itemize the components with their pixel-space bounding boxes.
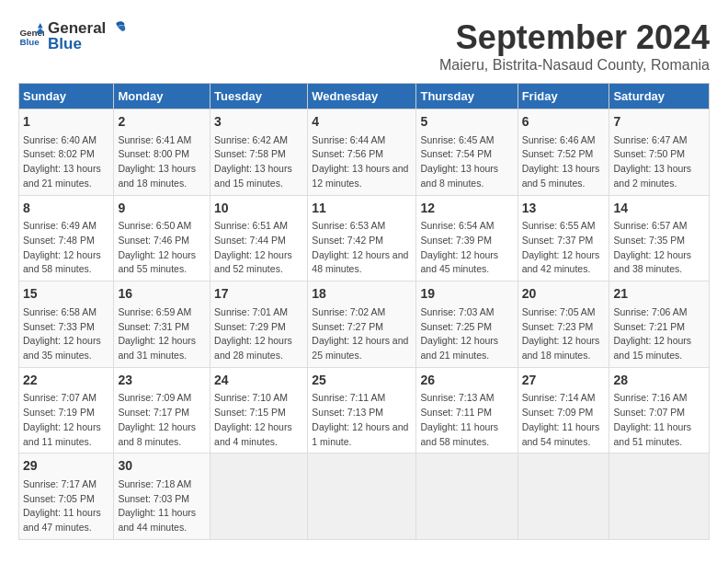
svg-text:Blue: Blue bbox=[19, 37, 40, 47]
day-number: 1 bbox=[23, 113, 109, 132]
column-header-sunday: Sunday bbox=[19, 84, 114, 109]
day-number: 18 bbox=[312, 285, 412, 304]
calendar-cell: 1 Sunrise: 6:40 AMSunset: 8:02 PMDayligh… bbox=[19, 109, 114, 196]
day-info: Sunrise: 6:47 AMSunset: 7:50 PMDaylight:… bbox=[613, 133, 705, 191]
calendar-cell: 6 Sunrise: 6:46 AMSunset: 7:52 PMDayligh… bbox=[518, 109, 609, 196]
day-info: Sunrise: 6:50 AMSunset: 7:46 PMDaylight:… bbox=[118, 219, 206, 277]
calendar-week-row: 29 Sunrise: 7:17 AMSunset: 7:05 PMDaylig… bbox=[19, 454, 710, 540]
day-info: Sunrise: 7:03 AMSunset: 7:25 PMDaylight:… bbox=[420, 305, 513, 363]
calendar-cell: 9 Sunrise: 6:50 AMSunset: 7:46 PMDayligh… bbox=[114, 195, 210, 282]
day-number: 26 bbox=[420, 372, 513, 390]
day-info: Sunrise: 6:58 AMSunset: 7:33 PMDaylight:… bbox=[23, 305, 109, 363]
day-number: 17 bbox=[214, 285, 303, 304]
day-number: 10 bbox=[214, 200, 303, 218]
column-header-saturday: Saturday bbox=[609, 84, 710, 109]
calendar-cell: 2 Sunrise: 6:41 AMSunset: 8:00 PMDayligh… bbox=[114, 109, 210, 196]
calendar-cell: 21 Sunrise: 7:06 AMSunset: 7:21 PMDaylig… bbox=[609, 282, 710, 368]
calendar-cell: 29 Sunrise: 7:17 AMSunset: 7:05 PMDaylig… bbox=[19, 454, 114, 540]
calendar-cell: 26 Sunrise: 7:13 AMSunset: 7:11 PMDaylig… bbox=[416, 367, 518, 454]
day-info: Sunrise: 7:05 AMSunset: 7:23 PMDaylight:… bbox=[522, 305, 606, 363]
day-info: Sunrise: 6:46 AMSunset: 7:52 PMDaylight:… bbox=[522, 133, 606, 191]
page-subtitle: Maieru, Bistrita-Nasaud County, Romania bbox=[439, 57, 710, 74]
day-info: Sunrise: 6:54 AMSunset: 7:39 PMDaylight:… bbox=[420, 219, 513, 277]
calendar-cell: 15 Sunrise: 6:58 AMSunset: 7:33 PMDaylig… bbox=[19, 282, 114, 368]
calendar-cell: 16 Sunrise: 6:59 AMSunset: 7:31 PMDaylig… bbox=[114, 282, 210, 368]
column-header-thursday: Thursday bbox=[416, 84, 518, 109]
day-number: 29 bbox=[23, 457, 109, 476]
day-number: 28 bbox=[613, 372, 705, 390]
day-number: 16 bbox=[118, 285, 206, 304]
column-header-monday: Monday bbox=[114, 84, 210, 109]
day-number: 13 bbox=[522, 200, 606, 218]
column-header-tuesday: Tuesday bbox=[210, 84, 308, 109]
calendar-cell: 30 Sunrise: 7:18 AMSunset: 7:03 PMDaylig… bbox=[114, 454, 210, 540]
calendar-cell bbox=[210, 454, 308, 540]
day-info: Sunrise: 7:10 AMSunset: 7:15 PMDaylight:… bbox=[214, 391, 303, 449]
calendar-week-row: 15 Sunrise: 6:58 AMSunset: 7:33 PMDaylig… bbox=[19, 282, 710, 368]
calendar-cell: 25 Sunrise: 7:11 AMSunset: 7:13 PMDaylig… bbox=[308, 367, 416, 454]
day-info: Sunrise: 6:44 AMSunset: 7:56 PMDaylight:… bbox=[312, 133, 412, 191]
day-number: 24 bbox=[214, 372, 303, 390]
calendar-cell: 18 Sunrise: 7:02 AMSunset: 7:27 PMDaylig… bbox=[308, 282, 416, 368]
calendar-cell: 27 Sunrise: 7:14 AMSunset: 7:09 PMDaylig… bbox=[518, 367, 609, 454]
calendar-cell: 11 Sunrise: 6:53 AMSunset: 7:42 PMDaylig… bbox=[308, 195, 416, 282]
calendar-week-row: 8 Sunrise: 6:49 AMSunset: 7:48 PMDayligh… bbox=[19, 195, 710, 282]
calendar-cell: 24 Sunrise: 7:10 AMSunset: 7:15 PMDaylig… bbox=[210, 367, 308, 454]
day-info: Sunrise: 6:51 AMSunset: 7:44 PMDaylight:… bbox=[214, 219, 303, 277]
day-info: Sunrise: 7:16 AMSunset: 7:07 PMDaylight:… bbox=[613, 391, 705, 449]
column-header-wednesday: Wednesday bbox=[308, 84, 416, 109]
day-info: Sunrise: 7:17 AMSunset: 7:05 PMDaylight:… bbox=[23, 477, 109, 535]
day-info: Sunrise: 7:02 AMSunset: 7:27 PMDaylight:… bbox=[312, 305, 412, 363]
day-info: Sunrise: 7:18 AMSunset: 7:03 PMDaylight:… bbox=[118, 477, 206, 535]
day-number: 22 bbox=[23, 372, 109, 390]
day-number: 4 bbox=[312, 113, 412, 132]
logo-bird-icon bbox=[108, 18, 128, 39]
calendar-cell bbox=[518, 454, 609, 540]
day-info: Sunrise: 7:13 AMSunset: 7:11 PMDaylight:… bbox=[420, 391, 513, 449]
calendar-cell: 10 Sunrise: 6:51 AMSunset: 7:44 PMDaylig… bbox=[210, 195, 308, 282]
day-number: 27 bbox=[522, 372, 606, 390]
day-number: 15 bbox=[23, 285, 109, 304]
day-info: Sunrise: 7:01 AMSunset: 7:29 PMDaylight:… bbox=[214, 305, 303, 363]
calendar-cell: 5 Sunrise: 6:45 AMSunset: 7:54 PMDayligh… bbox=[416, 109, 518, 196]
calendar-cell bbox=[308, 454, 416, 540]
day-info: Sunrise: 6:57 AMSunset: 7:35 PMDaylight:… bbox=[613, 219, 705, 277]
day-info: Sunrise: 6:42 AMSunset: 7:58 PMDaylight:… bbox=[214, 133, 303, 191]
calendar-cell: 14 Sunrise: 6:57 AMSunset: 7:35 PMDaylig… bbox=[609, 195, 710, 282]
page-title: September 2024 bbox=[439, 18, 710, 57]
logo: General Blue General Blue bbox=[18, 18, 128, 53]
calendar-cell: 7 Sunrise: 6:47 AMSunset: 7:50 PMDayligh… bbox=[609, 109, 710, 196]
page-header: General Blue General Blue September 2024… bbox=[18, 18, 710, 74]
calendar-header-row: SundayMondayTuesdayWednesdayThursdayFrid… bbox=[19, 84, 710, 109]
column-header-friday: Friday bbox=[518, 84, 609, 109]
day-number: 19 bbox=[420, 285, 513, 304]
day-info: Sunrise: 6:55 AMSunset: 7:37 PMDaylight:… bbox=[522, 219, 606, 277]
day-info: Sunrise: 7:06 AMSunset: 7:21 PMDaylight:… bbox=[613, 305, 705, 363]
day-number: 2 bbox=[118, 113, 206, 132]
day-info: Sunrise: 7:07 AMSunset: 7:19 PMDaylight:… bbox=[23, 391, 109, 449]
day-number: 7 bbox=[613, 113, 705, 132]
calendar-cell: 20 Sunrise: 7:05 AMSunset: 7:23 PMDaylig… bbox=[518, 282, 609, 368]
calendar-cell: 13 Sunrise: 6:55 AMSunset: 7:37 PMDaylig… bbox=[518, 195, 609, 282]
calendar-cell: 22 Sunrise: 7:07 AMSunset: 7:19 PMDaylig… bbox=[19, 367, 114, 454]
day-number: 5 bbox=[420, 113, 513, 132]
calendar-cell: 8 Sunrise: 6:49 AMSunset: 7:48 PMDayligh… bbox=[19, 195, 114, 282]
calendar-cell bbox=[416, 454, 518, 540]
calendar-cell: 28 Sunrise: 7:16 AMSunset: 7:07 PMDaylig… bbox=[609, 367, 710, 454]
day-info: Sunrise: 7:14 AMSunset: 7:09 PMDaylight:… bbox=[522, 391, 606, 449]
calendar-week-row: 1 Sunrise: 6:40 AMSunset: 8:02 PMDayligh… bbox=[19, 109, 710, 196]
calendar-cell: 23 Sunrise: 7:09 AMSunset: 7:17 PMDaylig… bbox=[114, 367, 210, 454]
calendar-body: 1 Sunrise: 6:40 AMSunset: 8:02 PMDayligh… bbox=[19, 109, 710, 540]
calendar-cell bbox=[609, 454, 710, 540]
calendar-week-row: 22 Sunrise: 7:07 AMSunset: 7:19 PMDaylig… bbox=[19, 367, 710, 454]
day-number: 11 bbox=[312, 200, 412, 218]
day-info: Sunrise: 6:40 AMSunset: 8:02 PMDaylight:… bbox=[23, 133, 109, 191]
day-info: Sunrise: 6:45 AMSunset: 7:54 PMDaylight:… bbox=[420, 133, 513, 191]
calendar-cell: 3 Sunrise: 6:42 AMSunset: 7:58 PMDayligh… bbox=[210, 109, 308, 196]
day-number: 9 bbox=[118, 200, 206, 218]
day-info: Sunrise: 7:11 AMSunset: 7:13 PMDaylight:… bbox=[312, 391, 412, 449]
day-number: 3 bbox=[214, 113, 303, 132]
calendar-cell: 19 Sunrise: 7:03 AMSunset: 7:25 PMDaylig… bbox=[416, 282, 518, 368]
calendar-cell: 17 Sunrise: 7:01 AMSunset: 7:29 PMDaylig… bbox=[210, 282, 308, 368]
day-number: 8 bbox=[23, 200, 109, 218]
